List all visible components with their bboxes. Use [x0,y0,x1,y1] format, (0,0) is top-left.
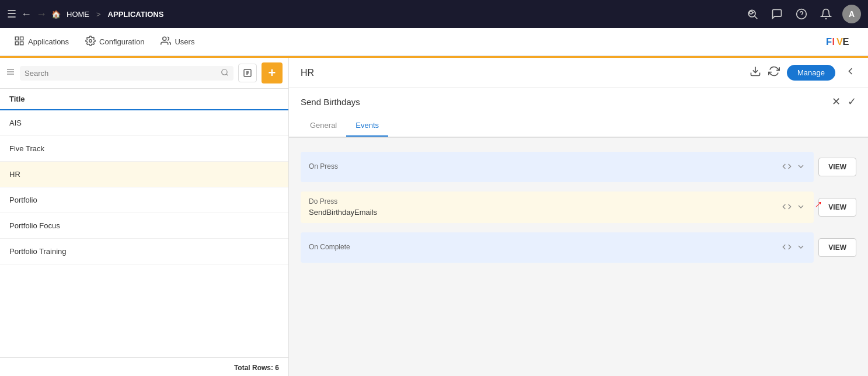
do-press-label-block: Do Press SendBirthdayEmails [309,197,377,217]
on-complete-row: On Complete VIEW [301,232,856,263]
do-press-dropdown-icon[interactable] [796,202,806,213]
on-complete-card: On Complete [301,232,814,263]
list-item-active[interactable]: HR [0,162,288,187]
panel-header: HR Manage [289,58,868,88]
svg-text:I: I [832,36,835,47]
subnav-item-applications[interactable]: Applications [7,31,76,53]
search-wrapper [20,66,233,81]
subnav-item-users[interactable]: Users [154,31,201,53]
home-icon: 🏠 [51,10,61,19]
manage-button[interactable]: Manage [787,65,835,81]
plus-icon: + [269,67,276,79]
svg-line-19 [226,74,228,75]
download-icon[interactable] [750,65,761,80]
svg-rect-6 [20,37,23,40]
help-icon[interactable] [793,6,810,22]
refresh-icon[interactable] [768,65,780,80]
export-button[interactable] [238,64,257,82]
sidebar-menu-icon[interactable] [6,67,15,79]
on-press-view-button[interactable]: VIEW [818,158,856,176]
menu-icon[interactable]: ☰ [7,8,16,20]
panel-back-icon[interactable] [845,65,856,80]
search-icon [221,68,229,78]
list-item[interactable]: Portfolio [0,187,288,213]
sidebar: + Title AIS Five Track HR Portfolio Port… [0,58,289,376]
svg-point-9 [89,39,92,42]
five-logo: F I V E [826,33,861,51]
back-icon[interactable]: ← [21,8,32,20]
on-press-card: On Press [301,152,814,182]
table-header: Title [0,89,288,110]
on-press-row: On Press VIEW [301,152,856,182]
panel-title: HR [301,68,750,78]
svg-text:E: E [843,36,849,47]
svg-text:V: V [836,36,843,47]
sub-panel-check-icon[interactable]: ✓ [848,95,856,108]
sub-panel-close-icon[interactable]: ✕ [832,95,841,108]
on-press-dropdown-icon[interactable] [796,162,806,173]
applications-icon [14,36,25,48]
main-layout: + Title AIS Five Track HR Portfolio Port… [0,58,868,376]
svg-line-1 [755,16,758,19]
on-complete-view-button[interactable]: VIEW [818,238,856,257]
on-press-code-icon[interactable] [782,162,792,173]
svg-rect-7 [15,41,18,44]
do-press-actions [782,202,806,213]
sub-panel: Send Birthdays ✕ ✓ General Events [289,88,868,138]
list-item[interactable]: AIS [0,110,288,136]
current-page-label: APPLICATIONS [108,10,164,19]
on-complete-dropdown-icon[interactable] [796,242,806,253]
topbar-actions: A [744,5,861,23]
subnav: Applications Configuration Users F I V E [0,28,868,56]
svg-point-2 [750,11,752,14]
tabs-bar: General Events [289,115,868,137]
search-input[interactable] [25,69,217,78]
events-content: On Press VIEW [289,138,868,277]
on-complete-actions [782,242,806,253]
subnav-wrapper: Applications Configuration Users F I V E [0,28,868,58]
sidebar-footer: Total Rows: 6 [0,357,288,376]
sub-panel-title: Send Birthdays [301,97,360,107]
svg-point-18 [222,69,227,74]
tab-events[interactable]: Events [346,115,388,137]
forward-icon[interactable]: → [36,8,47,20]
home-label[interactable]: HOME [67,10,89,19]
do-press-card: Do Press SendBirthdayEmails [301,192,814,223]
list-item[interactable]: Portfolio Training [0,239,288,264]
notification-icon[interactable] [818,6,834,22]
sidebar-toolbar: + [0,58,288,89]
subnav-item-configuration[interactable]: Configuration [78,31,151,53]
avatar[interactable]: A [842,5,861,23]
users-icon [161,36,171,48]
svg-point-10 [163,37,166,40]
right-panel: HR Manage Send Birthdays ✕ ✓ [289,58,868,376]
list-item[interactable]: Five Track [0,136,288,162]
svg-rect-5 [15,37,18,40]
on-press-label-block: On Press [309,162,338,172]
svg-rect-8 [20,41,23,44]
tab-general[interactable]: General [301,115,346,137]
configuration-label: Configuration [99,37,144,46]
on-complete-code-icon[interactable] [782,242,792,253]
search-topbar-icon[interactable] [744,6,761,22]
on-press-actions [782,162,806,173]
add-button[interactable]: + [262,62,283,83]
sub-panel-header: Send Birthdays ✕ ✓ [289,88,868,115]
users-label: Users [175,37,194,46]
do-press-row: Do Press SendBirthdayEmails VIEW [301,192,856,223]
on-complete-label-block: On Complete [309,243,350,252]
configuration-icon [85,36,96,48]
chat-icon[interactable] [769,6,785,22]
list-item[interactable]: Portfolio Focus [0,213,288,239]
breadcrumb: 🏠 HOME > APPLICATIONS [51,10,163,19]
sidebar-table: Title AIS Five Track HR Portfolio Portfo… [0,89,288,357]
applications-label: Applications [28,37,69,46]
topbar: ☰ ← → 🏠 HOME > APPLICATIONS A [0,0,868,28]
do-press-code-icon[interactable] [782,202,792,213]
svg-text:F: F [826,36,832,47]
panel-actions: Manage [750,65,856,81]
breadcrumb-separator: > [96,10,101,19]
